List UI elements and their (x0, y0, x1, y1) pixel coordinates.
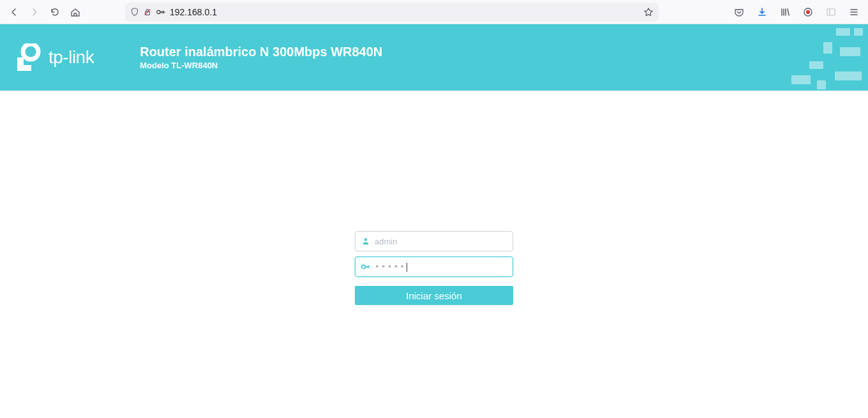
svg-rect-13 (840, 47, 860, 56)
menu-button[interactable] (845, 3, 863, 21)
svg-rect-9 (17, 65, 31, 71)
home-icon (70, 7, 80, 17)
hamburger-icon (849, 7, 859, 17)
product-model: Modelo TL-WR840N (140, 61, 382, 70)
svg-rect-16 (817, 80, 826, 89)
login-button[interactable]: Iniciar sesión (355, 286, 513, 305)
login-form: ••••• Iniciar sesión (355, 231, 513, 305)
library-button[interactable] (776, 3, 794, 21)
user-icon (361, 236, 371, 246)
back-button[interactable] (5, 3, 23, 21)
reload-icon (50, 7, 60, 17)
svg-point-2 (157, 10, 160, 13)
svg-rect-17 (835, 71, 862, 80)
text-caret (407, 263, 407, 272)
svg-point-7 (23, 44, 38, 59)
browser-toolbar: 192.168.0.1 (0, 0, 868, 24)
key-icon (156, 8, 166, 17)
svg-rect-10 (836, 28, 850, 36)
url-text: 192.168.0.1 (170, 7, 640, 17)
brand-name: tp-link (49, 47, 94, 68)
product-title: Router inalámbrico N 300Mbps WR840N (140, 45, 382, 59)
arrow-left-icon (9, 7, 19, 17)
lock-slash-icon (143, 8, 152, 17)
library-icon (780, 7, 790, 17)
toolbar-right (730, 3, 863, 21)
login-area: ••••• Iniciar sesión (0, 231, 868, 305)
header-decoration (728, 24, 868, 91)
home-button[interactable] (66, 3, 84, 21)
tplink-logomark-icon (15, 43, 41, 71)
svg-rect-12 (823, 42, 832, 54)
svg-rect-14 (809, 61, 823, 69)
forward-button[interactable] (26, 3, 43, 21)
username-input[interactable] (375, 237, 507, 246)
svg-rect-11 (854, 28, 863, 36)
svg-rect-15 (791, 75, 811, 84)
extension-button[interactable] (799, 3, 817, 21)
sidebar-button[interactable] (822, 3, 840, 21)
downloads-button[interactable] (753, 3, 771, 21)
url-bar[interactable]: 192.168.0.1 (125, 3, 659, 22)
page-header: tp-link Router inalámbrico N 300Mbps WR8… (0, 24, 868, 91)
pocket-button[interactable] (730, 3, 748, 21)
svg-point-18 (364, 238, 367, 241)
noscript-icon (803, 7, 813, 17)
download-icon (757, 7, 767, 17)
key-icon (361, 262, 371, 272)
password-input[interactable]: ••••• (375, 262, 407, 272)
svg-point-4 (806, 10, 810, 14)
brand-logo: tp-link (15, 43, 94, 71)
bookmark-star-icon[interactable] (643, 7, 654, 17)
pocket-icon (734, 7, 744, 17)
shield-icon (130, 8, 139, 17)
reload-button[interactable] (46, 3, 64, 21)
header-titles: Router inalámbrico N 300Mbps WR840N Mode… (140, 45, 382, 70)
username-row[interactable] (355, 231, 513, 251)
arrow-right-icon (29, 7, 40, 17)
password-row[interactable]: ••••• (355, 257, 513, 277)
svg-rect-5 (827, 9, 835, 15)
sidebar-icon (826, 7, 836, 17)
